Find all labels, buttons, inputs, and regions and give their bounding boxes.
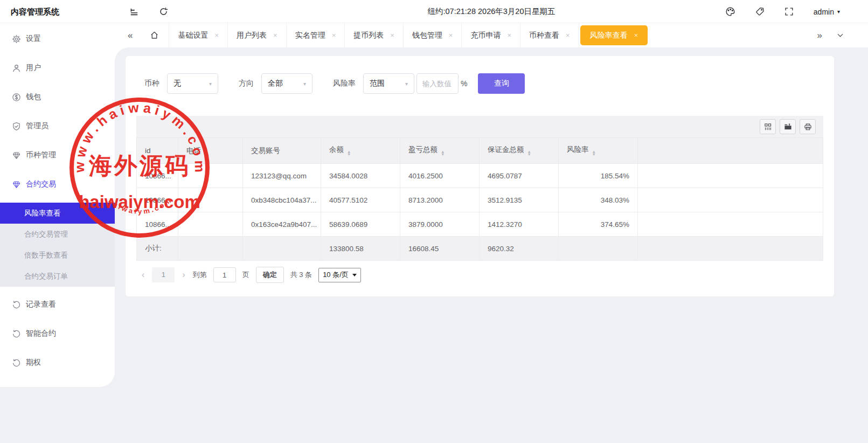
query-button[interactable]: 查询 xyxy=(478,73,525,94)
tab-label: 用户列表 xyxy=(237,31,267,40)
home-tab[interactable] xyxy=(140,23,169,47)
submenu-item-contract-trade-manage[interactable]: 合约交易管理 xyxy=(0,224,115,245)
fullscreen-icon[interactable] xyxy=(784,7,794,16)
export-button[interactable] xyxy=(780,119,796,134)
cell-filler xyxy=(638,188,823,212)
tab-label: 风险率查看 xyxy=(590,31,628,40)
shield-check-icon xyxy=(12,122,21,131)
user-menu[interactable]: admin ▾ xyxy=(814,8,840,16)
home-icon xyxy=(150,31,159,40)
goto-confirm-button[interactable]: 确定 xyxy=(256,267,284,283)
cell-phone xyxy=(178,212,243,237)
percent-unit-label: % xyxy=(461,79,467,88)
page-number-button[interactable]: 1 xyxy=(152,267,175,282)
cell-risk: 185.54% xyxy=(559,164,638,188)
cell-id: 10866... xyxy=(137,188,178,212)
risk-mode-select[interactable]: 范围 ▾ xyxy=(363,73,414,94)
tab-close-icon[interactable]: × xyxy=(214,31,219,39)
printer-icon xyxy=(804,123,812,131)
tabs-menu-chevron-icon[interactable] xyxy=(836,31,844,39)
submenu-item-contract-trade-orders[interactable]: 合约交易订单 xyxy=(0,266,115,287)
subtotal-margin: 9620.32 xyxy=(480,237,559,261)
prev-page-icon[interactable]: ‹ xyxy=(141,270,145,280)
caret-down-icon: ▾ xyxy=(405,81,408,87)
sidebar-item-label: 用户 xyxy=(26,63,41,73)
goto-page-input[interactable] xyxy=(213,267,236,282)
column-settings-button[interactable] xyxy=(760,119,776,134)
table-toolbar xyxy=(136,116,823,137)
table-row: 10866... 0x163ce42a9b407... 58639.0689 3… xyxy=(137,212,823,237)
tab-kyc-manage[interactable]: 实名管理 × xyxy=(287,23,345,47)
pagination-bar: ‹ 1 › 到第 页 确定 共 3 条 10 条/页 xyxy=(141,265,361,285)
sidebar-item-coin-manage[interactable]: 币种管理 xyxy=(0,141,115,170)
tab-label: 基础设置 xyxy=(178,31,208,40)
direction-select[interactable]: 全部 ▾ xyxy=(261,73,313,94)
user-icon xyxy=(12,64,21,73)
sidebar-item-smart-contract[interactable]: 智能合约 xyxy=(0,319,115,348)
sidebar-item-records[interactable]: 记录查看 xyxy=(0,290,115,319)
tab-basic-settings[interactable]: 基础设置 × xyxy=(169,23,228,47)
page-size-select[interactable]: 10 条/页 xyxy=(318,268,361,282)
tab-close-icon[interactable]: × xyxy=(390,31,394,39)
tab-close-icon[interactable]: × xyxy=(273,31,277,39)
subtotal-pnl: 16608.45 xyxy=(400,237,480,261)
tab-close-icon[interactable]: × xyxy=(507,31,511,39)
sort-icon[interactable]: ▲▼ xyxy=(527,151,531,156)
dollar-circle-icon xyxy=(12,93,21,102)
submenu-item-risk-rate-view[interactable]: 风险率查看 xyxy=(0,203,115,224)
caret-down-icon xyxy=(352,274,357,276)
risk-value-input[interactable] xyxy=(416,73,459,94)
theme-palette-icon[interactable] xyxy=(725,6,735,17)
sidebar: 设置 用户 钱包 管理员 xyxy=(0,23,115,387)
sidebar-item-settings[interactable]: 设置 xyxy=(0,24,115,53)
tag-icon[interactable] xyxy=(755,7,765,16)
tabstrip-right-controls: » xyxy=(817,30,868,41)
col-risk[interactable]: 风险率▲▼ xyxy=(559,138,638,164)
cell-margin: 4695.0787 xyxy=(480,164,559,188)
sort-icon[interactable]: ▲▼ xyxy=(347,151,351,156)
total-count-label: 共 3 条 xyxy=(290,270,312,280)
sidebar-item-users[interactable]: 用户 xyxy=(0,53,115,82)
tabs-scroll-left-icon[interactable]: « xyxy=(115,30,140,41)
tab-close-icon[interactable]: × xyxy=(332,31,336,39)
currency-select[interactable]: 无 ▾ xyxy=(167,73,218,94)
sidebar-item-wallet[interactable]: 钱包 xyxy=(0,82,115,112)
sort-icon[interactable]: ▲▼ xyxy=(592,151,596,156)
tab-deposit-apply[interactable]: 充币申请 × xyxy=(462,23,520,47)
next-page-icon[interactable]: › xyxy=(181,270,186,280)
cell-risk: 348.03% xyxy=(559,188,638,212)
sort-icon[interactable]: ▲▼ xyxy=(441,151,445,156)
sidebar-item-contract-trading[interactable]: 合约交易 xyxy=(0,170,115,199)
cell-account: 0x163ce42a9b407... xyxy=(243,212,321,237)
risk-rate-card: 币种 无 ▾ 方向 全部 ▾ 风险率 范围 ▾ % 查询 xyxy=(126,56,834,296)
sidebar-item-options[interactable]: 期权 xyxy=(0,348,115,377)
sidebar-item-label: 记录查看 xyxy=(26,300,56,309)
print-button[interactable] xyxy=(800,119,816,134)
cell-balance: 34584.0028 xyxy=(321,164,400,188)
app-title: 内容管理系统 xyxy=(11,0,59,23)
tab-close-icon[interactable]: × xyxy=(634,31,638,39)
col-balance[interactable]: 余额▲▼ xyxy=(321,138,400,164)
tab-risk-rate-view[interactable]: 风险率查看 × xyxy=(580,25,648,45)
col-pnl[interactable]: 盈亏总额▲▼ xyxy=(400,138,480,164)
table-row: 10866... 123123@qq.com 34584.0028 4016.2… xyxy=(137,164,823,188)
top-bar: 内容管理系统 纽约:07:21:28 2026年3月20日星期五 xyxy=(0,0,868,23)
caret-down-icon: ▾ xyxy=(209,81,212,87)
tab-wallet-manage[interactable]: 钱包管理 × xyxy=(404,23,462,47)
tab-close-icon[interactable]: × xyxy=(449,31,453,39)
tab-user-list[interactable]: 用户列表 × xyxy=(228,23,287,47)
col-label: 盈亏总额 xyxy=(408,146,438,154)
tabs-scroll-right-icon[interactable]: » xyxy=(817,30,822,41)
history-icon xyxy=(12,329,21,338)
cell-account: 0xb348cbc104a37... xyxy=(243,188,321,212)
cell-phone xyxy=(178,188,243,212)
tab-coin-view[interactable]: 币种查看 × xyxy=(520,23,579,47)
tab-withdraw-list[interactable]: 提币列表 × xyxy=(345,23,404,47)
submenu-item-multiple-lots-view[interactable]: 倍数手数查看 xyxy=(0,245,115,266)
sidebar-item-admins[interactable]: 管理员 xyxy=(0,112,115,141)
tab-close-icon[interactable]: × xyxy=(566,31,570,39)
col-margin[interactable]: 保证金总额▲▼ xyxy=(480,138,559,164)
cell-margin: 3512.9135 xyxy=(480,188,559,212)
risk-mode-select-value: 范围 xyxy=(370,79,385,88)
currency-filter-label: 币种 xyxy=(144,79,159,88)
